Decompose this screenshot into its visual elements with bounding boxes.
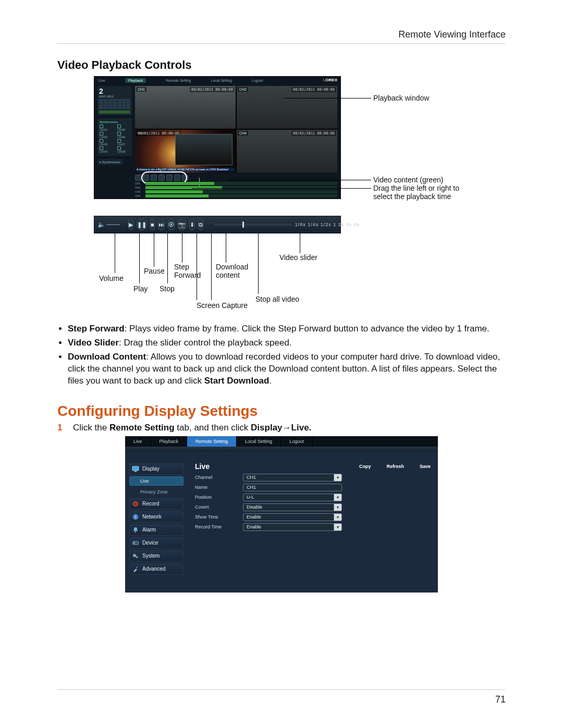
sidebar-item-privacy[interactable]: Privacy Zone: [129, 487, 183, 497]
svg-rect-7: [133, 542, 135, 544]
chevron-down-icon: ▾: [334, 514, 341, 521]
field-input[interactable]: CH1: [243, 484, 342, 491]
label-step-forward: Step Forward: [174, 263, 201, 279]
tab-remote-setting[interactable]: Remote Setting: [187, 436, 237, 447]
timeline-track[interactable]: CH4: [135, 194, 337, 198]
promo-text: A chance to win a Big FAT GREEK HONEYMOO…: [136, 168, 235, 171]
record-icon: [132, 500, 139, 508]
calendar[interactable]: 2 AUG 2011: [97, 86, 132, 115]
mini-btn[interactable]: [151, 175, 157, 181]
play-icon[interactable]: ▶: [128, 219, 133, 230]
app-tab-active[interactable]: Playback: [125, 78, 146, 83]
field-dropdown[interactable]: Disable▾: [243, 503, 342, 511]
channel-checkbox[interactable]: CH03: [100, 139, 112, 146]
timestamp: 08/02/2011 00:00:08: [190, 87, 235, 92]
label-volume: Volume: [99, 274, 124, 282]
camera-icon[interactable]: 📷: [178, 219, 186, 230]
timeline-track[interactable]: CH2: [135, 186, 337, 189]
save-button[interactable]: Save: [420, 464, 431, 469]
video-cell[interactable]: CH3 08/02/2011 00:00:08 A chance to win …: [135, 130, 236, 172]
slider-labels: 1/8x 1/4x 1/2x 1 2x 4x 8x: [295, 222, 360, 227]
tab-logout[interactable]: Logout: [281, 436, 313, 447]
video-cell[interactable]: CH1 08/02/2011 00:00:08: [135, 86, 236, 129]
channel-checkbox[interactable]: CH02: [100, 132, 112, 139]
copy-button[interactable]: Copy: [359, 464, 371, 469]
timeline-track[interactable]: CH3: [135, 190, 337, 193]
field-dropdown[interactable]: CH1▾: [243, 474, 342, 482]
settings-row: Record TimeEnable▾: [195, 523, 431, 531]
calendar-grid: [99, 99, 130, 109]
app-tab[interactable]: Live: [99, 79, 105, 82]
channel-checkbox[interactable]: CH07: [117, 139, 130, 146]
tab-local-setting[interactable]: Local Setting: [237, 436, 281, 447]
field-label: Channel: [195, 475, 237, 480]
channel-label: CH4: [238, 131, 248, 135]
panel-title: Live: [195, 462, 210, 471]
sidebar-item-display[interactable]: Display: [129, 463, 183, 475]
track-label: CH2: [135, 186, 144, 189]
sidebar-item-advanced[interactable]: Advanced: [129, 563, 183, 575]
sidebar-item-record[interactable]: Record: [129, 498, 183, 510]
tab-playback[interactable]: Playback: [151, 436, 188, 447]
step-forward-icon[interactable]: ⏭: [158, 219, 165, 230]
field-dropdown[interactable]: Enable▾: [243, 513, 342, 521]
channel-checkbox[interactable]: CH05: [117, 125, 130, 131]
settings-row: Show TimeEnable▾: [195, 513, 431, 521]
remote-setting-app: Live Playback Remote Setting Local Setti…: [125, 436, 438, 593]
field-label: Covert: [195, 504, 237, 510]
stop-all-icon[interactable]: ⧉: [198, 219, 203, 230]
mini-btn[interactable]: [158, 175, 165, 181]
screen-capture-icon[interactable]: ⦿: [168, 219, 175, 230]
sync-button[interactable]: ▸ Synchronous: [97, 159, 123, 165]
stop-icon[interactable]: ■: [150, 219, 155, 230]
sidebar-item-network[interactable]: Network: [129, 511, 183, 523]
channel-checkbox[interactable]: CH01: [100, 125, 112, 131]
svg-point-5: [135, 531, 136, 532]
settings-row: PositionU-L▾: [195, 493, 431, 501]
video-cell[interactable]: CH4 08/02/2011 00:00:08: [237, 130, 337, 172]
sidebar-item-live[interactable]: Live: [129, 476, 183, 486]
volume-control[interactable]: 🔈: [97, 221, 120, 228]
slider-track[interactable]: [214, 224, 292, 226]
svg-point-3: [134, 503, 137, 505]
timestamp: 08/02/2011 00:00:08: [291, 131, 336, 136]
app-tabbar: Live Playback Remote Setting Local Setti…: [94, 77, 340, 84]
enlarged-toolbar: 🔈 ▶ ❚❚ ■ ⏭ ⦿ 📷 ⬇ ⧉ 1/8x 1/4x 1/2x 1 2x 4…: [94, 216, 341, 233]
speed-slider[interactable]: 1/8x 1/4x 1/2x 1 2x 4x 8x: [214, 222, 360, 227]
mini-btn[interactable]: [143, 175, 149, 181]
timeline-track[interactable]: CH1: [135, 182, 337, 185]
mini-btn[interactable]: [135, 175, 141, 181]
pause-icon[interactable]: ❚❚: [137, 219, 147, 230]
channel-label: CH1: [136, 87, 146, 92]
mini-btn[interactable]: [174, 175, 180, 181]
field-value: Disable: [247, 504, 262, 510]
label-play: Play: [133, 285, 148, 293]
settings-row: CovertDisable▾: [195, 503, 431, 511]
speaker-icon: 🔈: [97, 221, 105, 228]
label-stop: Stop: [160, 285, 175, 293]
globe-icon: [132, 513, 139, 521]
channel-checkbox[interactable]: CH06: [117, 132, 130, 139]
app-tab[interactable]: Local Setting: [211, 79, 232, 82]
tab-live[interactable]: Live: [125, 436, 151, 447]
channel-checkbox[interactable]: CH08: [117, 146, 130, 153]
field-dropdown[interactable]: U-L▾: [243, 493, 342, 501]
mini-btn[interactable]: [182, 175, 188, 181]
page-number: 71: [495, 694, 506, 705]
timeline-tracks: CH1 CH2 CH3 CH4: [135, 182, 337, 198]
download-icon[interactable]: ⬇: [189, 219, 195, 230]
sidebar-item-alarm[interactable]: Alarm: [129, 524, 183, 536]
sidebar-item-device[interactable]: Device: [129, 537, 183, 549]
app-tab[interactable]: Remote Setting: [166, 79, 191, 82]
refresh-button[interactable]: Refresh: [386, 464, 404, 469]
calendar-month: AUG 2011: [99, 95, 130, 98]
mini-btn[interactable]: [166, 175, 173, 181]
channel-checkbox[interactable]: CH04: [100, 146, 112, 153]
app-tab[interactable]: Logout: [252, 79, 263, 82]
gears-icon: [132, 552, 139, 560]
label-download: Download content: [216, 263, 248, 279]
sidebar-item-system[interactable]: System: [129, 550, 183, 562]
video-cell[interactable]: CH2 08/02/2011 00:00:08: [237, 86, 337, 129]
field-dropdown[interactable]: Enable▾: [243, 523, 342, 531]
settings-row: ChannelCH1▾: [195, 474, 431, 482]
